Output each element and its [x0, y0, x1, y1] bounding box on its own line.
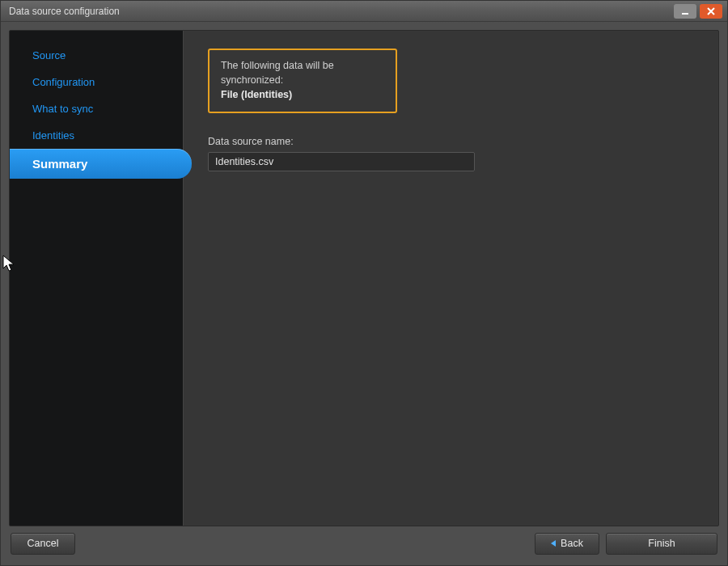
main-panel: Source Configuration What to sync Identi…: [9, 30, 719, 526]
dialog-window: Data source configuration Source Configu…: [0, 0, 728, 566]
sidebar-item-configuration[interactable]: Configuration: [10, 69, 183, 95]
sidebar-item-summary[interactable]: Summary: [10, 149, 192, 179]
datasource-name-field: Data source name:: [208, 136, 694, 171]
back-button-label: Back: [561, 538, 583, 549]
chevron-left-icon: [551, 540, 556, 547]
sidebar-item-what-to-sync[interactable]: What to sync: [10, 95, 183, 122]
summary-intro-text: The following data will be synchronized:: [221, 58, 384, 87]
wizard-sidebar: Source Configuration What to sync Identi…: [10, 31, 184, 526]
minimize-button[interactable]: [674, 4, 696, 19]
back-button[interactable]: Back: [535, 533, 599, 555]
close-button[interactable]: [700, 4, 722, 19]
svg-rect-0: [682, 13, 688, 15]
cancel-button[interactable]: Cancel: [11, 533, 75, 555]
finish-button[interactable]: Finish: [606, 533, 717, 555]
finish-button-label: Finish: [648, 538, 675, 549]
content-wrap: Source Configuration What to sync Identi…: [1, 22, 727, 565]
wizard-footer: Cancel Back Finish: [9, 526, 719, 560]
detail-pane: The following data will be synchronized:…: [184, 31, 718, 526]
datasource-name-label: Data source name:: [208, 136, 694, 147]
sidebar-item-source[interactable]: Source: [10, 42, 183, 69]
window-controls: [674, 4, 722, 19]
cancel-button-label: Cancel: [28, 538, 59, 549]
sidebar-item-label: Configuration: [32, 76, 95, 88]
close-icon: [707, 7, 715, 15]
minimize-icon: [681, 7, 689, 15]
summary-value-text: File (Identities): [221, 87, 384, 102]
sidebar-item-label: What to sync: [32, 103, 93, 115]
titlebar: Data source configuration: [1, 1, 727, 22]
sidebar-item-label: Source: [32, 49, 66, 61]
summary-highlight-box: The following data will be synchronized:…: [208, 49, 397, 113]
sidebar-item-label: Summary: [32, 157, 87, 171]
sidebar-item-identities[interactable]: Identities: [10, 122, 183, 149]
datasource-name-input[interactable]: [208, 152, 475, 171]
window-title: Data source configuration: [9, 6, 674, 17]
sidebar-item-label: Identities: [32, 129, 74, 142]
